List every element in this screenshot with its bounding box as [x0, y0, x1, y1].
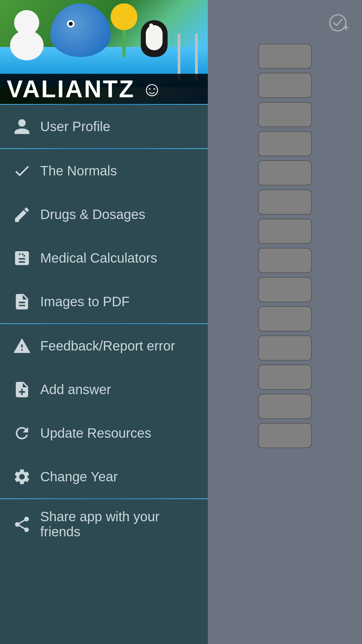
- right-card: [258, 365, 312, 390]
- sidebar-item-label: Share app with your friends: [40, 509, 198, 539]
- penguin-eye: [149, 23, 153, 28]
- right-card: [258, 44, 312, 69]
- svg-text:PDF: PDF: [17, 305, 23, 308]
- drawer-header: VALIANTZ ☺: [0, 0, 208, 104]
- right-card: [258, 423, 312, 448]
- sidebar-item-change-year[interactable]: Change Year: [0, 455, 208, 498]
- app-title: VALIANTZ: [7, 75, 135, 103]
- flower-head: [111, 3, 137, 30]
- penguin-character: [141, 20, 168, 57]
- refresh-icon: [10, 421, 34, 445]
- sidebar-item-label: Drugs & Dosages: [40, 207, 145, 222]
- right-card: [258, 219, 312, 244]
- sidebar-item-label: The Normals: [40, 163, 117, 178]
- ladder-rail: [195, 34, 198, 80]
- pdf-icon: PDF: [10, 290, 34, 313]
- sidebar-item-label: Change Year: [40, 469, 118, 484]
- pool-ladder: [178, 34, 198, 80]
- flower-character: [104, 3, 144, 57]
- right-card: [258, 160, 312, 185]
- sidebar-item-label: Medical Calculators: [40, 251, 157, 266]
- drawer: VALIANTZ ☺ User Profile The Normals: [0, 0, 208, 644]
- menu-list: User Profile The Normals Drugs & Dosages: [0, 105, 208, 644]
- sidebar-item-drugs-dosages[interactable]: Drugs & Dosages: [0, 193, 208, 236]
- snowman-character: [10, 30, 44, 60]
- whale-eye: [67, 20, 74, 28]
- sidebar-item-label: User Profile: [40, 119, 110, 134]
- right-card: [258, 102, 312, 127]
- sidebar-item-feedback[interactable]: Feedback/Report error: [0, 324, 208, 368]
- share-icon: [10, 513, 34, 536]
- sidebar-item-user-profile[interactable]: User Profile: [0, 105, 208, 148]
- pencil-icon: [10, 203, 34, 226]
- sidebar-item-label: Add answer: [40, 382, 111, 397]
- blue-whale-character: [50, 3, 111, 57]
- sidebar-item-medical-calculators[interactable]: Medical Calculators: [0, 236, 208, 280]
- right-card: [258, 277, 312, 302]
- calculator-icon: [10, 246, 34, 270]
- right-card: [258, 248, 312, 273]
- app-name-banner: VALIANTZ ☺: [0, 74, 208, 104]
- person-icon: [10, 115, 34, 138]
- sidebar-item-the-normals[interactable]: The Normals: [0, 149, 208, 193]
- sidebar-item-update-resources[interactable]: Update Resources: [0, 411, 208, 455]
- right-card: [258, 394, 312, 419]
- ladder-rail: [178, 34, 180, 80]
- warning-icon: [10, 334, 34, 358]
- right-card: [258, 335, 312, 361]
- sidebar-item-label: Feedback/Report error: [40, 338, 175, 354]
- right-card: [258, 73, 312, 98]
- checkmark-icon: [10, 159, 34, 182]
- right-card: [258, 131, 312, 156]
- penguin-belly: [146, 25, 163, 50]
- right-card: [258, 190, 312, 215]
- smiley-icon: ☺: [142, 77, 162, 101]
- sidebar-item-images-to-pdf[interactable]: PDF Images to PDF: [0, 280, 208, 323]
- sidebar-item-share-app[interactable]: Share app with your friends: [0, 499, 208, 549]
- sidebar-item-label: Update Resources: [40, 426, 151, 441]
- sidebar-item-add-answer[interactable]: Add answer: [0, 368, 208, 411]
- right-panel: [208, 0, 362, 644]
- right-card: [258, 306, 312, 331]
- svg-point-0: [330, 15, 346, 31]
- gear-icon: [10, 465, 34, 488]
- sidebar-item-label: Images to PDF: [40, 294, 130, 309]
- check-plus-button[interactable]: [325, 10, 352, 37]
- flower-stem: [122, 30, 126, 57]
- add-file-icon: [10, 378, 34, 401]
